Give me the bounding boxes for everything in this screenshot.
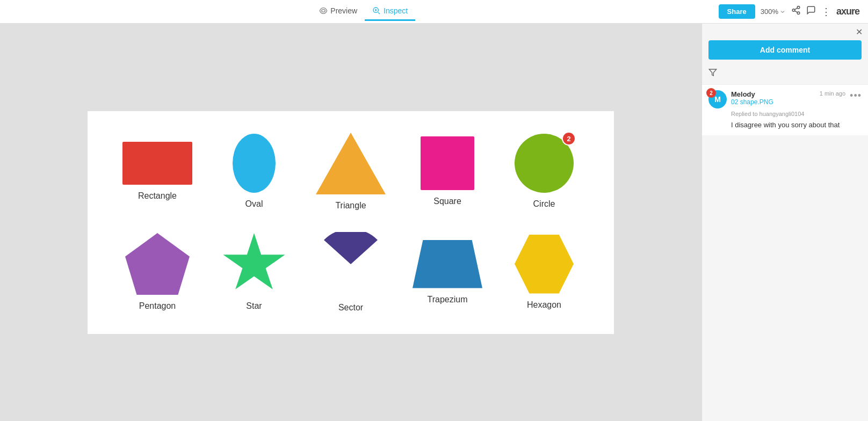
canvas[interactable]: Rectangle Oval Triangle Square	[0, 24, 701, 421]
triangle-shape[interactable]	[316, 133, 386, 194]
list-item: Rectangle	[122, 142, 192, 201]
add-comment-button[interactable]: Add comment	[708, 40, 862, 60]
shape-label-oval: Oval	[245, 199, 263, 209]
inspect-icon	[372, 6, 381, 15]
list-item: Trapezium	[413, 240, 482, 304]
comment-reply: Replied to huangyangli0104	[708, 111, 862, 117]
list-item: Sector	[319, 232, 383, 313]
zoom-label: 300%	[761, 8, 778, 16]
comment-thread: M 2 Melody 02 shape.PNG 1 min ago ••• Re…	[702, 84, 868, 135]
circle-badge: 2	[562, 132, 576, 146]
shape-label-sector: Sector	[338, 303, 363, 313]
trapezium-shape[interactable]	[413, 240, 482, 288]
inspect-label: Inspect	[384, 6, 408, 15]
square-shape[interactable]	[421, 136, 474, 190]
filter-icon[interactable]	[708, 69, 717, 78]
star-shape[interactable]	[222, 233, 286, 295]
close-panel-button[interactable]: ✕	[856, 27, 863, 37]
comment-text: I disagree with you sorry about that	[708, 120, 862, 130]
panel-close-bar: ✕	[702, 24, 868, 40]
svg-point-2	[797, 6, 800, 9]
eye-icon	[319, 6, 328, 15]
preview-label: Preview	[330, 6, 357, 15]
more-comment-icon[interactable]: •••	[850, 90, 862, 101]
svg-point-0	[322, 10, 326, 12]
avatar-wrap: M 2	[708, 90, 727, 108]
sector-shape[interactable]	[319, 232, 383, 296]
svg-line-5	[794, 11, 797, 12]
shapes-card: Rectangle Oval Triangle Square	[88, 111, 614, 334]
topbar-center: Preview Inspect	[312, 2, 415, 21]
more-options-icon[interactable]: ⋮	[821, 6, 831, 18]
shape-label-circle: Circle	[533, 199, 555, 209]
zoom-button[interactable]: 300%	[761, 8, 786, 16]
svg-point-4	[797, 12, 800, 14]
shape-label-hexagon: Hexagon	[527, 300, 561, 310]
avatar-badge: 2	[706, 88, 716, 98]
inspect-tab[interactable]: Inspect	[365, 2, 415, 21]
list-item: Triangle	[316, 133, 386, 210]
comment-file[interactable]: 02 shape.PNG	[731, 98, 773, 106]
svg-line-6	[794, 8, 797, 10]
rectangle-shape[interactable]	[122, 142, 192, 185]
chevron-down-icon	[779, 9, 786, 15]
comment-left: M 2 Melody 02 shape.PNG	[708, 90, 773, 108]
shape-label-star: Star	[246, 301, 262, 311]
axure-logo: axure	[836, 6, 859, 17]
comment-meta: Melody 02 shape.PNG	[731, 90, 773, 106]
list-item: Star	[222, 233, 286, 311]
oval-shape[interactable]	[233, 134, 276, 193]
comment-header: M 2 Melody 02 shape.PNG 1 min ago •••	[708, 90, 862, 108]
comment-author: Melody	[731, 90, 773, 98]
list-item: Square	[421, 136, 474, 206]
share-network-icon[interactable]	[791, 5, 801, 18]
filter-bar	[702, 65, 868, 84]
comment-time: 1 min ago	[820, 90, 845, 97]
pentagon-shape[interactable]	[125, 233, 190, 295]
circle-shape-wrap[interactable]: 2	[515, 134, 574, 193]
main-area: Rectangle Oval Triangle Square	[0, 24, 868, 421]
list-item: Pentagon	[125, 233, 190, 311]
shape-label-square: Square	[433, 197, 461, 206]
hexagon-shape[interactable]	[515, 235, 574, 294]
list-item: Hexagon	[515, 235, 574, 310]
shape-label-pentagon: Pentagon	[139, 301, 176, 311]
list-item: 2 Circle	[515, 134, 574, 209]
preview-tab[interactable]: Preview	[312, 2, 365, 21]
shape-label-rectangle: Rectangle	[138, 191, 177, 201]
svg-point-3	[792, 9, 795, 12]
svg-marker-7	[709, 69, 716, 76]
shape-label-trapezium: Trapezium	[428, 295, 468, 304]
comments-panel: ✕ Add comment M 2 Melody 02 shape	[701, 24, 868, 421]
list-item: Oval	[233, 134, 276, 209]
share-button[interactable]: Share	[719, 4, 755, 19]
topbar-right: Share 300% ⋮ axure	[719, 4, 859, 19]
chat-icon[interactable]	[806, 5, 816, 18]
topbar: Preview Inspect Share 300%	[0, 0, 868, 24]
shape-label-triangle: Triangle	[335, 201, 366, 210]
